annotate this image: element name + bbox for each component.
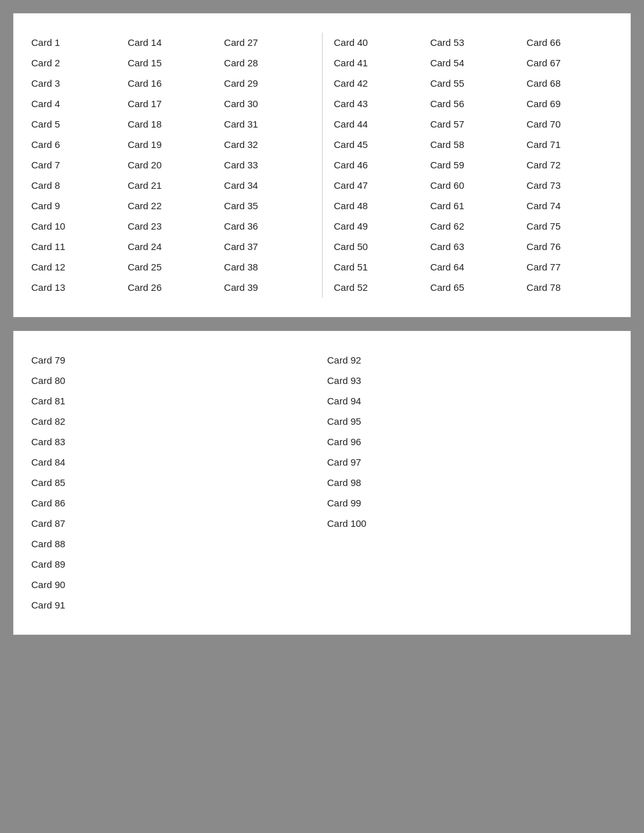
card-item: Card 25: [122, 257, 219, 277]
card-column-5: Card 66Card 67Card 68Card 69Card 70Card …: [522, 33, 618, 298]
card-item: Card 27: [219, 33, 315, 53]
card-item: Card 67: [522, 53, 618, 73]
card-item: Card 58: [425, 135, 522, 155]
card-item: Card 6: [26, 135, 122, 155]
card-item: Card 20: [122, 155, 219, 175]
card-page-2: Card 79Card 80Card 81Card 82Card 83Card …: [13, 330, 631, 635]
card-item: Card 100: [322, 513, 618, 534]
card-item: Card 50: [329, 237, 425, 257]
card-item: Card 7: [26, 155, 122, 175]
card-item: Card 88: [26, 534, 322, 554]
card-item: Card 3: [26, 73, 122, 94]
card-item: Card 54: [425, 53, 522, 73]
card-item: Card 41: [329, 53, 425, 73]
card-item: Card 74: [522, 196, 618, 216]
card-item: Card 61: [425, 196, 522, 216]
card-item: Card 22: [122, 196, 219, 216]
card-item: Card 14: [122, 33, 219, 53]
card-item: Card 92: [322, 350, 618, 371]
card-item: Card 11: [26, 237, 122, 257]
card-item: Card 55: [425, 73, 522, 94]
card-item: Card 89: [26, 554, 322, 575]
card-item: Card 97: [322, 452, 618, 473]
card-column-3: Card 40Card 41Card 42Card 43Card 44Card …: [329, 33, 425, 298]
page-container: Card 1Card 2Card 3Card 4Card 5Card 6Card…: [13, 13, 631, 635]
card-column-4: Card 53Card 54Card 55Card 56Card 57Card …: [425, 33, 522, 298]
card-item: Card 66: [522, 33, 618, 53]
card-item: Card 39: [219, 277, 315, 298]
card-item: Card 9: [26, 196, 122, 216]
card-item: Card 21: [122, 175, 219, 196]
card-item: Card 42: [329, 73, 425, 94]
card-item: Card 36: [219, 216, 315, 237]
card-item: Card 85: [26, 473, 322, 493]
card-item: Card 15: [122, 53, 219, 73]
card-item: Card 68: [522, 73, 618, 94]
card-item: Card 51: [329, 257, 425, 277]
card-item: Card 93: [322, 371, 618, 391]
card-item: Card 76: [522, 237, 618, 257]
card-item: Card 86: [26, 493, 322, 513]
card-column-0: Card 79Card 80Card 81Card 82Card 83Card …: [26, 350, 322, 616]
card-item: Card 77: [522, 257, 618, 277]
card-item: Card 12: [26, 257, 122, 277]
card-item: Card 16: [122, 73, 219, 94]
card-item: Card 24: [122, 237, 219, 257]
card-item: Card 96: [322, 432, 618, 452]
card-item: Card 32: [219, 135, 315, 155]
card-item: Card 52: [329, 277, 425, 298]
card-item: Card 31: [219, 114, 315, 135]
card-item: Card 70: [522, 114, 618, 135]
card-column-1: Card 14Card 15Card 16Card 17Card 18Card …: [122, 33, 219, 298]
card-item: Card 19: [122, 135, 219, 155]
card-item: Card 30: [219, 94, 315, 114]
card-item: Card 48: [329, 196, 425, 216]
card-item: Card 35: [219, 196, 315, 216]
card-column-1: Card 92Card 93Card 94Card 95Card 96Card …: [322, 350, 618, 616]
card-item: Card 13: [26, 277, 122, 298]
card-item: Card 83: [26, 432, 322, 452]
card-item: Card 63: [425, 237, 522, 257]
card-item: Card 94: [322, 391, 618, 411]
card-page-1: Card 1Card 2Card 3Card 4Card 5Card 6Card…: [13, 13, 631, 318]
card-item: Card 59: [425, 155, 522, 175]
column-divider: [322, 33, 323, 298]
card-item: Card 46: [329, 155, 425, 175]
card-item: Card 60: [425, 175, 522, 196]
card-item: Card 29: [219, 73, 315, 94]
card-item: Card 84: [26, 452, 322, 473]
card-item: Card 90: [26, 575, 322, 595]
card-item: Card 75: [522, 216, 618, 237]
card-item: Card 62: [425, 216, 522, 237]
card-item: Card 33: [219, 155, 315, 175]
card-item: Card 49: [329, 216, 425, 237]
card-item: Card 5: [26, 114, 122, 135]
card-item: Card 71: [522, 135, 618, 155]
card-item: Card 38: [219, 257, 315, 277]
card-item: Card 79: [26, 350, 322, 371]
card-item: Card 80: [26, 371, 322, 391]
card-item: Card 65: [425, 277, 522, 298]
card-item: Card 18: [122, 114, 219, 135]
card-item: Card 8: [26, 175, 122, 196]
card-item: Card 91: [26, 595, 322, 616]
card-item: Card 69: [522, 94, 618, 114]
card-item: Card 81: [26, 391, 322, 411]
card-column-0: Card 1Card 2Card 3Card 4Card 5Card 6Card…: [26, 33, 122, 298]
card-item: Card 87: [26, 513, 322, 534]
card-item: Card 43: [329, 94, 425, 114]
card-item: Card 53: [425, 33, 522, 53]
card-item: Card 64: [425, 257, 522, 277]
card-item: Card 72: [522, 155, 618, 175]
card-item: Card 4: [26, 94, 122, 114]
card-item: Card 37: [219, 237, 315, 257]
card-item: Card 10: [26, 216, 122, 237]
card-item: Card 57: [425, 114, 522, 135]
card-item: Card 23: [122, 216, 219, 237]
card-item: Card 73: [522, 175, 618, 196]
card-column-2: Card 27Card 28Card 29Card 30Card 31Card …: [219, 33, 315, 298]
card-item: Card 45: [329, 135, 425, 155]
card-item: Card 99: [322, 493, 618, 513]
card-item: Card 26: [122, 277, 219, 298]
card-item: Card 2: [26, 53, 122, 73]
